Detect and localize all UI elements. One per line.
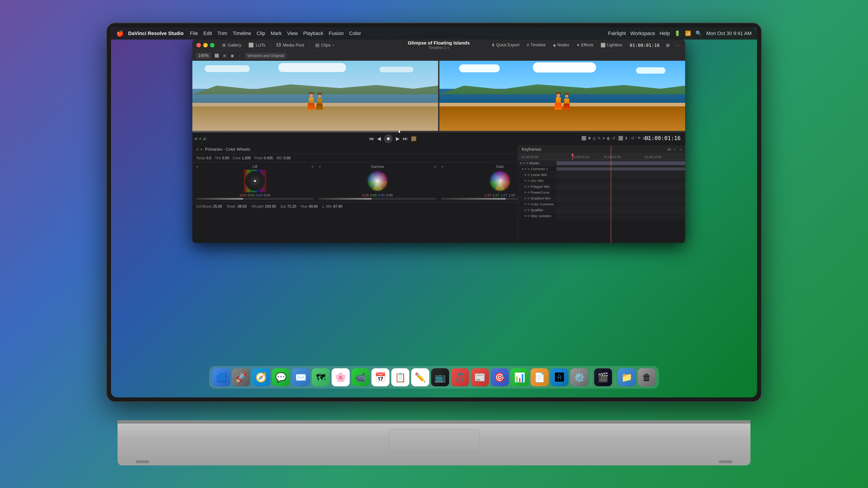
- menu-color[interactable]: Color: [349, 31, 361, 36]
- dock-launchpad[interactable]: 🚀: [232, 368, 250, 386]
- menu-fusion[interactable]: Fusion: [329, 31, 344, 36]
- fit-icon[interactable]: ⬜: [214, 53, 220, 59]
- qualifier-track[interactable]: [557, 207, 685, 213]
- versions-btn[interactable]: Versions and Original: [245, 53, 287, 59]
- reset-lift-icon[interactable]: ↺: [311, 165, 314, 168]
- menu-mark[interactable]: Mark: [271, 31, 282, 36]
- nodes-btn[interactable]: ◈ Nodes: [550, 41, 572, 49]
- trackpad[interactable]: [389, 429, 479, 452]
- close-button[interactable]: [196, 43, 201, 47]
- loop-btn[interactable]: 🔁: [411, 136, 416, 141]
- circwin-track[interactable]: [557, 178, 685, 184]
- lift-wheel-svg[interactable]: [244, 170, 266, 192]
- menu-edit[interactable]: Edit: [204, 31, 212, 36]
- kf-all-label[interactable]: All: [667, 148, 671, 151]
- scrubber-handle[interactable]: [399, 131, 400, 133]
- toolbar-left-icon3[interactable]: 🔊: [203, 137, 207, 140]
- prev-frame-btn[interactable]: ◀: [377, 136, 381, 142]
- misc-track[interactable]: [557, 213, 685, 219]
- media-pool-tab[interactable]: 🎞 Media Pool: [273, 41, 307, 49]
- kf-add-btn[interactable]: +: [680, 148, 682, 151]
- tool4[interactable]: ✎: [597, 136, 601, 141]
- dock-calendar[interactable]: 📅: [371, 368, 390, 386]
- zoom-level[interactable]: 140%: [196, 53, 211, 59]
- dock-davinci[interactable]: 🎬: [594, 368, 612, 386]
- menu-playback[interactable]: Playback: [303, 31, 323, 36]
- minimize-button[interactable]: [203, 43, 208, 47]
- reset-icon[interactable]: ↺: [196, 148, 199, 151]
- gallery-tab[interactable]: ⊞ Gallery: [219, 41, 244, 49]
- play-btn[interactable]: ▶: [396, 136, 400, 142]
- tool9[interactable]: ⬆: [625, 136, 628, 141]
- quick-export-btn[interactable]: ⬆ Quick Export: [489, 41, 522, 49]
- more-options-btn[interactable]: ⊞: [664, 41, 672, 49]
- effects-btn[interactable]: ✦ Effects: [574, 41, 596, 49]
- dock-facetime[interactable]: 📹: [351, 368, 370, 386]
- dock-mail[interactable]: ✉️: [292, 368, 310, 386]
- scrubber-bar[interactable]: [192, 131, 685, 132]
- toolbar-left-icon2[interactable]: ↺: [199, 137, 202, 140]
- gamma-wheel[interactable]: [366, 170, 389, 192]
- settings-btn[interactable]: ⋯: [673, 42, 681, 48]
- dock-settings[interactable]: ⚙️: [570, 368, 588, 386]
- kf-all-dropdown[interactable]: ▾: [674, 148, 675, 151]
- lift-wheel[interactable]: [244, 170, 266, 192]
- dock-music[interactable]: 🎵: [451, 368, 469, 386]
- menu-view[interactable]: View: [287, 31, 298, 36]
- tool8[interactable]: ⬜: [618, 136, 623, 141]
- dock-keynote[interactable]: 🎯: [491, 368, 509, 386]
- tool3[interactable]: ◎: [592, 136, 596, 141]
- dock-messages[interactable]: 💬: [272, 368, 290, 386]
- master-expand-icon[interactable]: ▾: [520, 161, 522, 165]
- colorcorrector-track[interactable]: [557, 201, 685, 207]
- lift-slider[interactable]: [196, 198, 314, 200]
- dock-finder2[interactable]: 📁: [618, 368, 636, 386]
- menu-timeline[interactable]: Timeline: [232, 31, 251, 36]
- stop-btn[interactable]: ⏹: [384, 134, 393, 143]
- master-track-area[interactable]: [557, 160, 685, 166]
- dock-appletv[interactable]: 📺: [431, 368, 449, 386]
- polygonwin-track[interactable]: [557, 184, 685, 189]
- dock-finder[interactable]: 🟦: [212, 368, 230, 386]
- gradientwin-track[interactable]: [557, 195, 685, 201]
- tool6[interactable]: ◐: [607, 136, 611, 141]
- menu-help[interactable]: Help: [659, 31, 670, 36]
- lightbox-btn[interactable]: ⬜ Lightbox: [598, 41, 625, 49]
- linearwin-track[interactable]: [557, 172, 685, 177]
- apple-menu-icon[interactable]: 🍎: [116, 30, 124, 37]
- go-to-end-btn[interactable]: ⏭: [403, 136, 408, 142]
- dock-freeform[interactable]: ✏️: [411, 368, 429, 386]
- menu-clip[interactable]: Clip: [256, 31, 265, 36]
- menu-workspace[interactable]: Workspace: [630, 31, 655, 36]
- gamma-slider[interactable]: [318, 198, 436, 200]
- corrector1-track[interactable]: [557, 166, 685, 172]
- tool10[interactable]: ↺: [631, 136, 634, 141]
- tool1[interactable]: ⬜: [581, 136, 586, 141]
- layout-icon[interactable]: ▣: [229, 53, 235, 59]
- corrector1-expand[interactable]: ▾: [522, 167, 523, 171]
- dock-appstore[interactable]: 🅰: [550, 368, 568, 386]
- auto-icon[interactable]: ✦: [200, 148, 203, 151]
- maximize-button[interactable]: [210, 43, 215, 47]
- tool5[interactable]: ✦: [602, 136, 606, 141]
- toolbar-left-icon1[interactable]: ⊞: [195, 137, 197, 140]
- dock-news[interactable]: 📰: [471, 368, 489, 386]
- dock-trash[interactable]: 🗑: [638, 368, 656, 386]
- timeline-btn[interactable]: ≡ Timeline: [524, 41, 548, 48]
- luts-tab[interactable]: ⬜ LUTs: [245, 41, 269, 49]
- dock-maps[interactable]: 🗺: [312, 368, 330, 386]
- reset-gamma-icon[interactable]: ↺: [434, 165, 436, 168]
- go-to-start-btn[interactable]: ⏮: [369, 136, 374, 142]
- dock-pages[interactable]: 📄: [530, 368, 549, 386]
- gain-wheel-svg[interactable]: [489, 170, 511, 192]
- dock-reminders[interactable]: 📋: [391, 368, 409, 386]
- eye-icon[interactable]: 👁: [637, 136, 641, 141]
- menu-fairlight[interactable]: Fairlight: [608, 31, 626, 36]
- gain-wheel[interactable]: [489, 170, 511, 192]
- dock-photos[interactable]: 🌸: [332, 368, 350, 386]
- dock-safari[interactable]: 🧭: [252, 368, 270, 386]
- menu-trim[interactable]: Trim: [217, 31, 227, 36]
- tool2[interactable]: ✱: [588, 136, 591, 141]
- dock-numbers[interactable]: 📊: [510, 368, 529, 386]
- menu-file[interactable]: File: [190, 31, 198, 36]
